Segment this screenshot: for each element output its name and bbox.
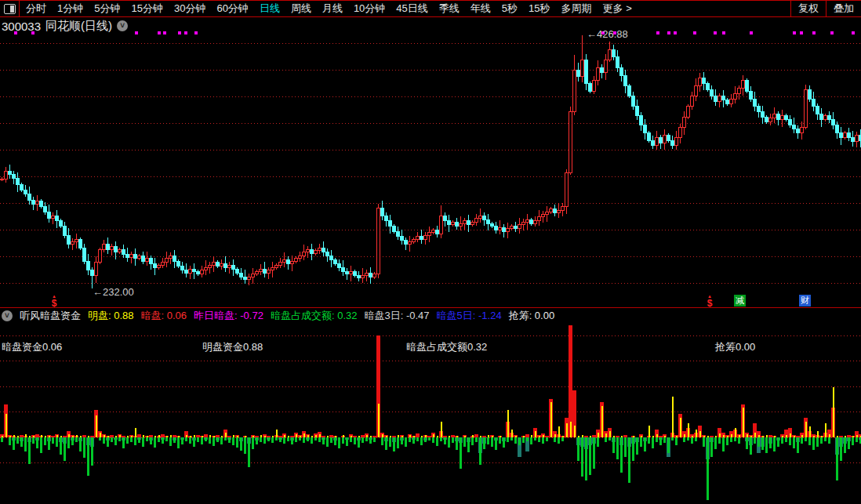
period-tab-1[interactable]: 1分钟 <box>57 2 83 16</box>
indicator-header-bar: ˅ 听风暗盘资金 明盘: 0.88暗盘: 0.06昨日暗盘: -0.72暗盘占成… <box>0 307 861 324</box>
dollar-marker-icon[interactable]: ▲$ <box>49 294 60 308</box>
indicator-name[interactable]: 听风暗盘资金 <box>20 309 81 323</box>
trading-app-window: 分时1分钟5分钟15分钟30分钟60分钟日线周线月线10分钟45日线季线年线5秒… <box>0 0 861 504</box>
event-marker-dot <box>194 31 198 34</box>
period-tab-10[interactable]: 45日线 <box>396 2 427 16</box>
chevron-down-icon[interactable]: ˅ <box>117 20 128 31</box>
period-tab-11[interactable]: 季线 <box>439 2 460 16</box>
period-tab-15[interactable]: 多周期 <box>561 2 592 16</box>
period-tab-8[interactable]: 月线 <box>322 2 343 16</box>
event-marker-dot <box>14 31 17 34</box>
event-marker-dot <box>693 31 696 34</box>
event-marker-dot <box>750 31 753 34</box>
fuquan-button[interactable]: 复权 <box>790 1 826 16</box>
event-marker-dot <box>714 31 717 34</box>
indicator-field-2: 昨日暗盘: -0.72 <box>194 309 263 323</box>
period-tab-3[interactable]: 15分钟 <box>131 2 162 16</box>
event-marker-dot <box>800 31 803 34</box>
layout-toggle-button[interactable] <box>0 1 20 16</box>
indicator-field-0: 明盘: 0.88 <box>88 309 134 323</box>
subchart-label-3: 抢筹0.00 <box>715 340 755 354</box>
jian-badge-icon[interactable]: 减 <box>734 295 746 306</box>
period-tab-13[interactable]: 5秒 <box>502 2 518 16</box>
event-marker-dot <box>830 31 834 34</box>
event-marker-dot <box>158 31 161 34</box>
toolbar-right-buttons: 复权叠加 <box>790 1 861 16</box>
event-marker-dot <box>178 31 181 34</box>
event-marker-dot <box>184 31 187 34</box>
period-tab-6[interactable]: 日线 <box>260 2 280 16</box>
event-marker-dot <box>31 31 35 34</box>
event-marker-dot <box>812 31 816 34</box>
event-marker-dot <box>656 31 659 34</box>
panel-split-icon <box>4 4 16 14</box>
indicator-field-4: 暗盘3日: -0.47 <box>364 309 429 323</box>
event-marker-dot <box>135 31 138 34</box>
period-tab-4[interactable]: 30分钟 <box>174 2 205 16</box>
candlestick-chart[interactable] <box>0 35 861 308</box>
subchart-label-1: 明盘资金0.88 <box>202 340 263 354</box>
event-marker-dot <box>793 31 796 34</box>
indicator-field-1: 暗盘: 0.06 <box>141 309 187 323</box>
period-tab-14[interactable]: 15秒 <box>529 2 550 16</box>
stock-code: 300033 <box>2 20 41 33</box>
event-marker-dot <box>667 31 670 34</box>
stock-name: 同花顺(日线) <box>45 19 112 34</box>
high-price-label: ←426.88 <box>587 28 628 40</box>
event-marker-dot <box>852 31 855 34</box>
chevron-down-icon[interactable]: ˅ <box>2 310 13 321</box>
period-tab-0[interactable]: 分时 <box>26 2 46 16</box>
period-tab-16[interactable]: 更多 > <box>603 2 632 16</box>
dollar-marker-icon[interactable]: ▲$ <box>704 294 715 308</box>
indicator-field-6: 抢筹: 0.00 <box>509 309 555 323</box>
event-marker-dot <box>722 31 725 34</box>
event-marker-dot <box>674 31 677 34</box>
indicator-values: 明盘: 0.88暗盘: 0.06昨日暗盘: -0.72暗盘占成交额: 0.32暗… <box>88 309 554 323</box>
indicator-field-5: 暗盘5日: -1.24 <box>437 309 502 323</box>
low-price-label: ←232.00 <box>93 286 134 298</box>
overlay-button[interactable]: 叠加 <box>826 1 861 16</box>
period-tab-5[interactable]: 60分钟 <box>216 2 248 16</box>
event-marker-dot <box>163 31 166 34</box>
stock-title-row: 300033 同花顺(日线) ˅ <box>2 19 128 33</box>
period-toolbar: 分时1分钟5分钟15分钟30分钟60分钟日线周线月线10分钟45日线季线年线5秒… <box>0 0 861 17</box>
period-menu: 分时1分钟5分钟15分钟30分钟60分钟日线周线月线10分钟45日线季线年线5秒… <box>20 2 790 16</box>
subchart-label-2: 暗盘占成交额0.32 <box>406 340 487 354</box>
period-tab-2[interactable]: 5分钟 <box>94 2 120 16</box>
period-tab-9[interactable]: 10分钟 <box>354 2 385 16</box>
cai-badge-icon[interactable]: 财 <box>799 295 811 306</box>
period-tab-7[interactable]: 周线 <box>291 2 311 16</box>
subchart-label-0: 暗盘资金0.06 <box>2 340 62 354</box>
indicator-field-3: 暗盘占成交额: 0.32 <box>271 309 358 323</box>
period-tab-12[interactable]: 年线 <box>470 2 491 16</box>
